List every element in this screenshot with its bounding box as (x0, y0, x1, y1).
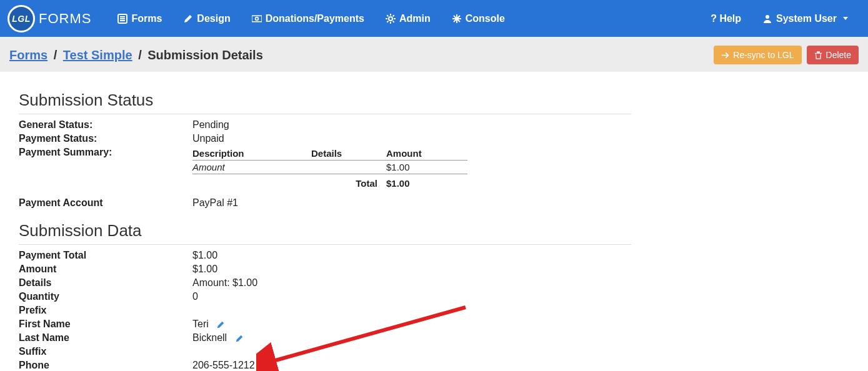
pencil-icon[interactable] (262, 362, 271, 370)
phone-label: Phone (19, 360, 192, 371)
gear-icon (386, 14, 396, 24)
svg-point-5 (255, 17, 258, 20)
payment-account-label: Payment Account (19, 197, 192, 209)
status-section-title: Submission Status (19, 91, 631, 114)
total-label: Total (311, 174, 386, 190)
content: Submission Status General Status: Pendin… (0, 72, 650, 371)
list-icon (117, 14, 127, 24)
page-actions: Re-sync to LGL Delete (714, 46, 859, 64)
chevron-down-icon (843, 17, 848, 20)
row-suffix: Suffix (19, 345, 631, 359)
row-payment-total: Payment Total $1.00 (19, 249, 631, 262)
nav-help-label: ? Help (711, 13, 741, 24)
col-description: Description (192, 147, 311, 161)
first-name-value: Teri (192, 319, 209, 329)
logo[interactable]: LGL FORMS (7, 5, 91, 32)
summary-total-row: Total $1.00 (192, 174, 467, 190)
row-last-name: Last Name Bicknell (19, 331, 631, 345)
suffix-label: Suffix (19, 346, 192, 357)
row-amount: Amount $1.00 (19, 262, 631, 276)
general-status-value: Pending (192, 119, 229, 131)
row-quantity: Quantity 0 (19, 290, 631, 304)
payment-total-value: $1.00 (192, 250, 217, 261)
pencil-icon[interactable] (216, 320, 225, 329)
svg-rect-4 (252, 16, 262, 22)
pencil-icon[interactable] (235, 334, 244, 343)
nav-right: ? Help System User (702, 8, 857, 29)
col-details: Details (311, 147, 386, 161)
payment-total-label: Payment Total (19, 250, 192, 261)
payment-summary-label: Payment Summary: (19, 147, 192, 190)
amount-label: Amount (19, 264, 192, 275)
arrow-right-icon (721, 51, 729, 59)
summary-row: Amount $1.00 (192, 161, 467, 174)
row-first-name: First Name Teri (19, 317, 631, 331)
money-icon (252, 14, 262, 24)
nav-console[interactable]: Console (443, 8, 514, 29)
nav-help[interactable]: ? Help (702, 8, 750, 29)
data-section-title: Submission Data (19, 221, 631, 245)
amount-value: $1.00 (192, 264, 217, 275)
top-nav: LGL FORMS Forms Design Donations/Payment… (0, 0, 868, 37)
resync-button[interactable]: Re-sync to LGL (714, 46, 801, 64)
nav-design-label: Design (197, 13, 230, 24)
row-prefix: Prefix (19, 304, 631, 317)
nav-donations-label: Donations/Payments (266, 13, 364, 24)
breadcrumb-bar: Forms / Test Simple / Submission Details… (0, 37, 868, 72)
nav-design[interactable]: Design (174, 8, 239, 29)
logo-text: FORMS (39, 11, 91, 27)
row-general-status: General Status: Pending (19, 118, 631, 132)
last-name-value: Bicknell (192, 332, 227, 343)
row-payment-summary: Payment Summary: Description Details Amo… (19, 146, 631, 191)
user-icon (762, 14, 772, 24)
first-name-label: First Name (19, 319, 192, 330)
nav-user[interactable]: System User (754, 8, 857, 29)
row-payment-account: Payment Account PayPal #1 (19, 196, 631, 210)
details-label: Details (19, 277, 192, 289)
nav-forms-label: Forms (131, 13, 162, 24)
nav-user-label: System User (776, 13, 837, 24)
cell-details (311, 161, 386, 174)
resync-label: Re-sync to LGL (733, 50, 794, 60)
trash-icon (814, 51, 822, 59)
breadcrumb-forms[interactable]: Forms (9, 48, 47, 62)
breadcrumb-form-name[interactable]: Test Simple (63, 48, 132, 62)
row-details: Details Amount: $1.00 (19, 276, 631, 290)
payment-status-label: Payment Status: (19, 133, 192, 144)
nav-forms[interactable]: Forms (109, 8, 171, 29)
row-payment-status: Payment Status: Unpaid (19, 132, 631, 146)
asterisk-icon (452, 14, 462, 24)
prefix-label: Prefix (19, 305, 192, 316)
phone-value: 206-555-1212 (192, 360, 255, 370)
nav-left: Forms Design Donations/Payments Admin Co… (109, 8, 513, 29)
breadcrumb: Forms / Test Simple / Submission Details (9, 48, 263, 62)
last-name-label: Last Name (19, 332, 192, 344)
payment-summary-table: Description Details Amount Amount $1.00 … (192, 147, 467, 190)
quantity-value: 0 (192, 291, 198, 302)
svg-point-6 (389, 17, 392, 21)
nav-donations[interactable]: Donations/Payments (243, 8, 373, 29)
row-phone: Phone 206-555-1212 (19, 359, 631, 371)
delete-button[interactable]: Delete (807, 46, 859, 64)
logo-badge: LGL (7, 5, 35, 32)
details-value: Amount: $1.00 (192, 277, 257, 289)
nav-admin-label: Admin (399, 13, 431, 24)
nav-admin[interactable]: Admin (377, 8, 439, 29)
payment-status-value: Unpaid (192, 133, 224, 144)
nav-console-label: Console (466, 13, 505, 24)
svg-point-7 (766, 15, 769, 19)
cell-desc: Amount (192, 161, 311, 174)
total-value: $1.00 (386, 174, 467, 190)
payment-account-value: PayPal #1 (192, 197, 238, 209)
delete-label: Delete (826, 50, 851, 60)
cell-amount: $1.00 (386, 161, 467, 174)
col-amount: Amount (386, 147, 467, 161)
general-status-label: General Status: (19, 119, 192, 131)
quantity-label: Quantity (19, 291, 192, 302)
breadcrumb-current: Submission Details (147, 48, 263, 62)
pencil-icon (183, 14, 193, 24)
